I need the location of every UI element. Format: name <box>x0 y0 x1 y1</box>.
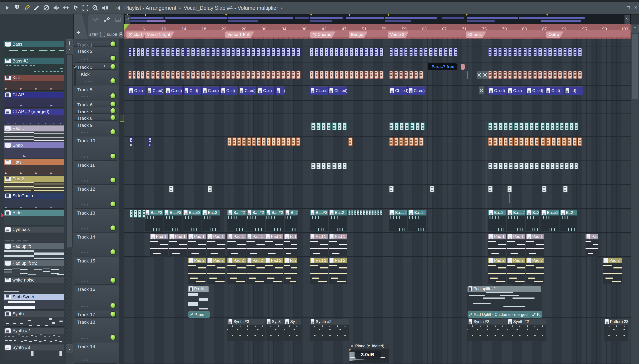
pattern-clip[interactable] <box>340 71 344 79</box>
pattern-clip[interactable] <box>242 138 246 146</box>
selected-track-indicator[interactable] <box>120 115 124 122</box>
pattern-clip[interactable] <box>524 138 529 146</box>
pattern-clip[interactable] <box>134 210 137 218</box>
pattern-clip[interactable] <box>493 163 498 169</box>
clip-with-body[interactable]: Synth #2 <box>467 319 507 342</box>
track-mute-led[interactable] <box>111 115 115 120</box>
pattern-clip[interactable] <box>196 48 201 56</box>
scroll-up-button[interactable]: ⌃ <box>631 25 638 33</box>
clip-with-body[interactable]: Ba..#2 <box>183 210 201 232</box>
add-arrangement-button[interactable]: + <box>76 28 81 36</box>
pattern-clip[interactable] <box>338 122 342 130</box>
pattern-clip[interactable] <box>363 210 365 215</box>
pattern-clip[interactable] <box>296 138 300 146</box>
pattern-clip[interactable] <box>130 143 132 146</box>
pattern-card[interactable]: Stab Synth <box>4 294 64 310</box>
track-mute-led[interactable] <box>111 178 115 182</box>
pattern-clip[interactable] <box>266 71 271 79</box>
pattern-clip[interactable] <box>374 71 379 79</box>
pattern-clip[interactable] <box>416 122 420 130</box>
pattern-clip[interactable] <box>348 138 353 146</box>
pattern-clip[interactable] <box>543 48 548 56</box>
track-options-dots[interactable]: ••• <box>85 79 93 84</box>
pattern-clip[interactable] <box>514 163 518 169</box>
pattern-scrollbar-thumb[interactable] <box>66 54 73 248</box>
track-options-dots[interactable]: ••• <box>81 56 89 62</box>
clip-with-body[interactable]: B..2 <box>285 210 297 232</box>
pattern-clip[interactable] <box>355 71 359 79</box>
pattern-clip[interactable] <box>513 48 518 56</box>
track-options-dots[interactable]: ••• <box>81 358 89 363</box>
pattern-clip[interactable] <box>252 138 256 146</box>
clip-with-body[interactable]: B..2 <box>526 210 539 232</box>
pattern-clip[interactable] <box>247 138 251 146</box>
clip-with-body[interactable]: Pad 2 <box>227 258 246 284</box>
pattern-clip[interactable] <box>558 71 562 79</box>
pattern-clip[interactable] <box>546 163 550 169</box>
pattern-clip[interactable] <box>410 122 415 130</box>
pattern-clip[interactable] <box>327 122 332 130</box>
pattern-clip[interactable] <box>330 71 334 79</box>
track-header[interactable]: Track 1 <box>74 41 119 46</box>
clip-labeled[interactable]: C..ed) <box>488 86 507 95</box>
pattern-clip[interactable] <box>562 138 567 146</box>
pattern-card-header[interactable]: Hats <box>4 159 64 165</box>
pattern-clip[interactable] <box>519 122 524 130</box>
pattern-card-header[interactable]: Kick <box>4 75 64 81</box>
pattern-clip[interactable] <box>578 71 582 79</box>
track-header[interactable]: Track 19••• <box>74 343 119 363</box>
pattern-clip[interactable] <box>488 122 493 130</box>
track-mute-led[interactable] <box>111 93 115 98</box>
clip-with-body[interactable]: Ba..#2 <box>266 210 284 232</box>
pattern-clip[interactable] <box>156 71 160 79</box>
track-options-dots[interactable]: ••• <box>81 178 89 184</box>
pattern-clip[interactable] <box>514 138 518 146</box>
pattern-clip[interactable] <box>146 48 150 56</box>
pattern-clip[interactable] <box>355 48 359 56</box>
pattern-clip[interactable] <box>316 163 321 169</box>
pattern-card-header[interactable]: Synth #3 <box>4 344 64 350</box>
pattern-card-header[interactable]: Pad uplift <box>4 244 64 250</box>
clip-with-body[interactable]: Pad 2 <box>188 258 206 284</box>
pattern-clip[interactable] <box>553 48 558 56</box>
pattern-clip[interactable] <box>541 163 545 169</box>
pattern-card[interactable]: Bass #2 <box>4 58 64 74</box>
automation-clip[interactable]: Pad Uplift - Ch..lume - merged <box>467 311 531 318</box>
playback-speaker-icon[interactable] <box>101 4 109 12</box>
pattern-card-header[interactable]: Cymbals <box>4 226 64 232</box>
pattern-card[interactable]: white noise <box>4 277 64 292</box>
pattern-clip[interactable] <box>236 48 240 56</box>
pattern-clip[interactable] <box>499 138 503 146</box>
pattern-clip[interactable] <box>161 71 166 79</box>
clip-with-body[interactable]: Ba..#2 <box>246 210 265 232</box>
slide-radio[interactable] <box>119 32 123 36</box>
pattern-clip[interactable] <box>419 48 423 56</box>
pattern-clip[interactable] <box>419 71 424 79</box>
pattern-clip[interactable] <box>424 48 428 56</box>
pattern-clip[interactable] <box>227 138 232 146</box>
pattern-clip[interactable] <box>132 71 136 79</box>
pattern-card-header[interactable]: Ride <box>4 210 64 216</box>
pattern-clip[interactable] <box>231 48 236 56</box>
pattern-clip[interactable] <box>291 71 296 79</box>
pattern-clip[interactable] <box>364 48 369 56</box>
mini-clip[interactable] <box>542 186 546 192</box>
pattern-clip[interactable] <box>251 71 256 79</box>
pattern-card-header[interactable]: white noise <box>4 277 64 283</box>
pattern-clip[interactable] <box>206 48 211 56</box>
pattern-clip[interactable] <box>146 71 150 79</box>
track-mute-led[interactable] <box>111 278 115 283</box>
track-mute-led[interactable] <box>111 202 115 206</box>
pattern-clip[interactable] <box>281 48 286 56</box>
pattern-card-header[interactable]: Snap <box>4 142 64 148</box>
clip-labeled[interactable]: CL..ed) <box>310 86 328 95</box>
stretch-icon[interactable] <box>62 4 70 12</box>
scroll-left-button[interactable]: < <box>125 15 130 24</box>
pattern-clip[interactable] <box>541 122 545 130</box>
track-mute-led[interactable] <box>111 129 115 134</box>
pattern-clip[interactable] <box>389 71 394 79</box>
pattern-clip[interactable] <box>560 163 564 169</box>
pattern-clip[interactable] <box>409 138 414 146</box>
pattern-clip[interactable] <box>553 71 558 79</box>
muted-clip[interactable] <box>479 86 484 94</box>
